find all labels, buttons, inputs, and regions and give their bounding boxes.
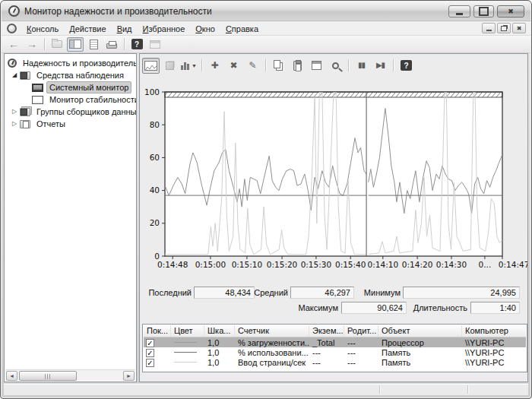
tree-item-5[interactable]: ▷Группы сборщиков данных [5,106,136,118]
paste-counter-list-button[interactable] [289,58,306,74]
counter-table-body: ✓1,0% загруженности..._Total---Процессор… [144,337,526,367]
menu-item-1[interactable]: Консоль [21,23,64,35]
tree-item-1[interactable]: Надежность и производительность [5,57,136,69]
maximize-button[interactable] [473,5,494,17]
counter-table: Пок...ЦветШка...СчетчикЭкзем...Родит...О… [142,324,527,372]
svg-text:0...: 0... [479,260,492,269]
expander-expanded-icon[interactable]: ◢ [9,69,20,81]
svg-text:0: 0 [154,252,160,261]
expander-collapsed-icon[interactable]: ▷ [9,118,20,130]
system-monitor-pane: ▼ ✚ ✖ ✎ ▮▮ ▶▮ ? 0204060801000:14:480:15:… [139,53,528,382]
print-button[interactable] [103,37,120,52]
monitor-system-icon [32,84,43,92]
svg-text:0:15:20: 0:15:20 [267,260,297,269]
cell-computer: \\YURI-PC [462,358,526,367]
folder-tools-icon [20,71,30,80]
delete-counter-button[interactable]: ✖ [225,58,242,74]
stat-avg-label: Средний [250,288,288,297]
show-checkbox[interactable]: ✓ [146,339,154,347]
app-window: Монитор надежности и производительности … [0,0,532,399]
folder-stack-icon [20,108,30,116]
new-window-button[interactable] [147,37,163,52]
child-restore-button[interactable] [497,23,511,33]
close-button[interactable]: ✖ [497,5,524,17]
tree-horizontal-scrollbar[interactable]: ◄ ► [5,369,135,381]
cell-parent: --- [344,348,378,357]
counter-row-3[interactable]: ✓1,0Ввод страниц/сек------Память\\YURI-P… [144,357,526,367]
show-console-tree-button[interactable] [67,37,84,52]
tree-item-label: Средства наблюдения [33,69,127,81]
console-window-icon[interactable] [7,24,17,33]
cell-instance: --- [309,348,344,357]
cell-show: ✓ [144,348,171,357]
menu-item-3[interactable]: Вид [112,23,138,35]
scroll-right-button[interactable]: ► [123,371,135,381]
stat-duration-label: Длительность [407,303,467,312]
show-checkbox[interactable]: ✓ [146,349,154,357]
chevron-down-icon: ▼ [192,63,197,68]
scroll-left-button[interactable]: ◄ [6,371,17,381]
counter-row-2[interactable]: ✓1,0% использовани...------Память\\YURI-… [144,347,526,357]
chart-help-button[interactable]: ? [397,58,415,74]
tree-item-3[interactable]: Системный монитор [5,81,136,93]
main-area: Надежность и производительность◢Средства… [4,53,528,382]
counter-row-1[interactable]: ✓1,0% загруженности..._Total---Процессор… [144,337,526,347]
window-title: Монитор надежности и производительности [24,2,212,21]
cell-scale: 1,0 [204,358,235,367]
performance-chart: 0204060801000:14:480:15:000:15:100:15:20… [140,77,528,276]
status-separator [379,385,380,394]
tree-item-label: Системный монитор [46,81,131,93]
cell-parent: --- [344,338,378,347]
add-counter-button[interactable]: ✚ [206,58,223,74]
expander-collapsed-icon[interactable]: ▷ [9,106,20,118]
forward-button[interactable]: → [24,37,40,52]
console-tree-panel: Надежность и производительность◢Средства… [4,53,137,382]
column-header-5[interactable]: Экзем... [309,325,344,337]
column-header-8[interactable]: Компьютер [462,325,526,337]
show-checkbox[interactable]: ✓ [146,359,154,367]
cell-object: Память [378,358,462,367]
child-close-button[interactable]: ✖ [512,23,526,33]
cell-scale: 1,0 [204,348,235,357]
up-one-level-button[interactable] [49,37,65,52]
status-separator [467,385,468,394]
cell-counter: % использовани... [235,348,309,357]
properties-button[interactable] [308,58,325,74]
change-graph-type-button[interactable]: ▼ [180,58,198,74]
graph-type-icon [181,61,190,70]
column-header-3[interactable]: Шка... [204,325,235,337]
view-current-activity-button[interactable] [142,58,160,74]
freeze-display-button[interactable]: ▮▮ [353,58,370,74]
column-header-2[interactable]: Цвет [171,325,204,337]
tree-item-6[interactable]: ▷Отчеты [5,118,136,130]
cell-color [171,352,204,353]
highlight-button[interactable]: ✎ [244,58,261,74]
cell-color [171,342,204,343]
help-button[interactable]: ? [128,37,145,52]
view-log-data-button[interactable] [161,58,179,74]
log-data-icon [166,62,174,70]
zoom-button[interactable] [327,58,344,74]
child-minimize-button[interactable] [482,23,496,33]
update-data-button[interactable]: ▶▮ [372,58,389,74]
menu-item-2[interactable]: Действие [64,23,111,35]
minimize-button[interactable] [448,5,470,17]
column-header-7[interactable]: Объект [378,325,462,337]
back-button[interactable]: ← [5,37,22,52]
stat-avg-value: 46,297 [290,287,354,299]
column-header-6[interactable]: Родит... [344,325,378,337]
scrollbar-thumb[interactable] [19,371,77,381]
column-header-4[interactable]: Счетчик [235,325,309,337]
toolbar-separator [265,59,266,71]
export-list-button[interactable] [85,37,102,52]
menu-item-6[interactable]: Справка [220,23,264,35]
menu-item-4[interactable]: Избранное [138,23,191,35]
help-icon: ? [131,39,143,49]
menu-bar: КонсольДействиеВидИзбранноеОкноСправка ✖ [2,21,530,36]
menu-item-5[interactable]: Окно [190,23,220,35]
copy-properties-button[interactable] [270,58,287,74]
printer-icon [106,43,117,49]
column-header-1[interactable]: Пок... [144,325,171,337]
tree-item-4[interactable]: Монитор стабильности [5,93,136,106]
tree-item-2[interactable]: ◢Средства наблюдения [5,69,136,81]
